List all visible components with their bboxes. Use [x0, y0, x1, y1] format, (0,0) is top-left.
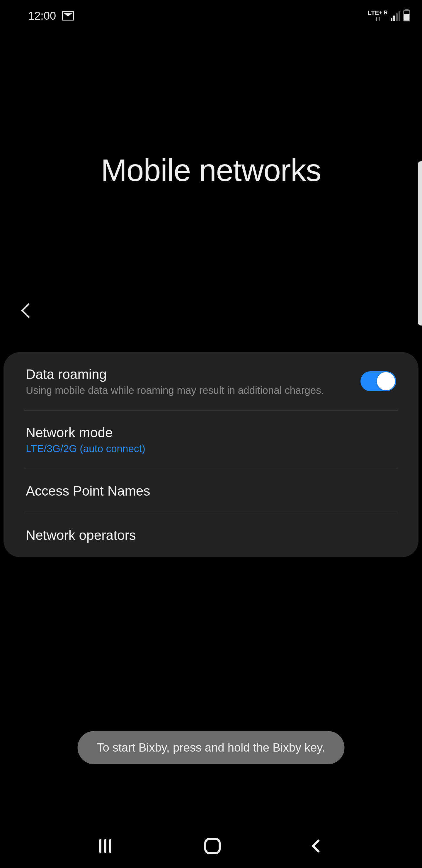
data-arrows-icon: ↓↑	[375, 16, 381, 22]
settings-card: Data roaming Using mobile data while roa…	[3, 352, 419, 557]
setting-subtitle: Using mobile data while roaming may resu…	[26, 384, 352, 396]
setting-title: Access Point Names	[26, 483, 396, 499]
setting-title: Data roaming	[26, 366, 352, 382]
battery-icon	[403, 10, 410, 22]
setting-network-operators[interactable]: Network operators	[3, 513, 419, 557]
status-bar: 12:00 LTE+ R ↓↑	[0, 0, 422, 26]
status-left: 12:00	[28, 10, 74, 22]
setting-value: LTE/3G/2G (auto connect)	[26, 443, 396, 455]
roaming-indicator: R	[384, 10, 388, 15]
status-time: 12:00	[28, 10, 56, 22]
signal-icon	[391, 11, 400, 21]
network-type: LTE+ R ↓↑	[368, 10, 388, 22]
status-right: LTE+ R ↓↑	[368, 10, 410, 22]
data-roaming-toggle[interactable]	[360, 371, 396, 391]
toast-text: To start Bixby, press and hold the Bixby…	[97, 741, 325, 754]
setting-apn[interactable]: Access Point Names	[3, 469, 419, 513]
back-button[interactable]	[312, 839, 325, 852]
toast: To start Bixby, press and hold the Bixby…	[78, 731, 345, 764]
recents-button[interactable]	[99, 839, 111, 853]
setting-title: Network mode	[26, 425, 396, 440]
page-title: Mobile networks	[0, 153, 422, 188]
setting-data-roaming[interactable]: Data roaming Using mobile data while roa…	[3, 352, 419, 410]
setting-network-mode[interactable]: Network mode LTE/3G/2G (auto connect)	[3, 410, 419, 469]
navigation-bar	[0, 824, 422, 868]
home-button[interactable]	[204, 838, 221, 854]
mail-icon	[62, 11, 74, 21]
scrollbar[interactable]	[418, 161, 422, 326]
lte-label: LTE+	[368, 10, 383, 16]
back-icon[interactable]	[22, 303, 36, 318]
setting-title: Network operators	[26, 527, 396, 543]
